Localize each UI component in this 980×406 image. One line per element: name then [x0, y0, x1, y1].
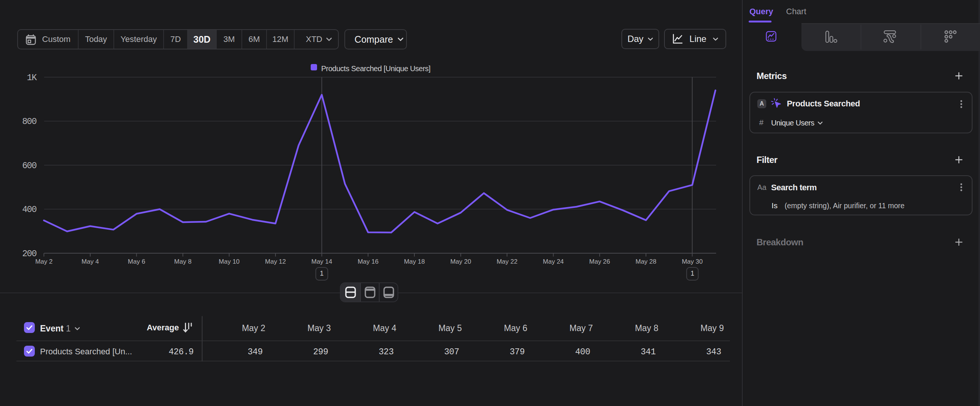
svg-text:May 30: May 30: [682, 258, 703, 265]
svg-text:May 10: May 10: [219, 258, 240, 265]
svg-text:May 22: May 22: [497, 258, 518, 265]
svg-text:600: 600: [22, 161, 36, 171]
svg-text:May 4: May 4: [82, 258, 99, 265]
svg-text:1: 1: [690, 270, 694, 277]
svg-text:800: 800: [22, 116, 36, 127]
svg-text:May 12: May 12: [265, 258, 286, 265]
svg-text:May 14: May 14: [312, 258, 332, 265]
svg-text:May 8: May 8: [174, 258, 191, 265]
svg-text:May 16: May 16: [358, 258, 379, 265]
svg-text:May 6: May 6: [128, 258, 145, 265]
svg-text:May 28: May 28: [636, 258, 657, 265]
svg-text:May 26: May 26: [589, 258, 610, 265]
svg-text:1: 1: [320, 270, 324, 277]
svg-text:400: 400: [22, 204, 36, 215]
svg-text:May 20: May 20: [450, 258, 471, 265]
svg-text:1K: 1K: [27, 73, 37, 83]
svg-text:May 2: May 2: [35, 258, 52, 265]
svg-text:May 18: May 18: [404, 258, 425, 265]
svg-text:200: 200: [22, 249, 36, 259]
svg-text:Products Searched [Unique User: Products Searched [Unique Users]: [321, 64, 431, 73]
svg-text:May 24: May 24: [543, 258, 564, 265]
